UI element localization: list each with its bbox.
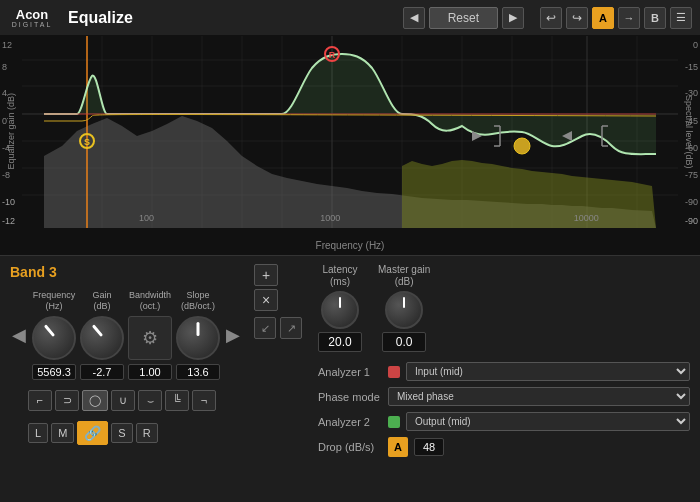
menu-button[interactable]: ☰ (670, 7, 692, 29)
logo-acon: Acon (16, 8, 49, 21)
filter-type-3[interactable]: ◯ (82, 390, 108, 411)
bandwidth-value[interactable]: 1.00 (128, 364, 172, 380)
ab-a-button[interactable]: A (592, 7, 614, 29)
master-gain-knob[interactable] (385, 291, 423, 329)
channel-buttons: L M 🔗 S R (10, 421, 242, 445)
prev-preset-button[interactable]: ◀ (403, 7, 425, 29)
db-label-n4: -4 (2, 143, 10, 153)
db-label-r-90: -90 (685, 197, 698, 207)
app-title: Equalize (68, 9, 133, 27)
analyzer1-select[interactable]: Input (mid) Input (side) Output (mid) Ou… (406, 362, 690, 381)
eq-curve-svg[interactable]: S R (22, 36, 678, 228)
analyzer1-color-swatch (388, 366, 400, 378)
latency-group: Latency (ms) 20.0 (318, 264, 362, 352)
channel-s-button[interactable]: S (111, 423, 132, 443)
phase-mode-select[interactable]: Mixed phase Linear phase Minimum phase (388, 387, 690, 406)
ab-copy-button[interactable]: → (618, 7, 640, 29)
svg-point-26 (514, 138, 530, 154)
band-section: Band 3 ◀ Frequency (Hz) 5569.3 Gain (dB) (10, 264, 242, 494)
slope-label: Slope (dB/oct.) (181, 290, 215, 312)
frequency-labels: 100 1000 10000 (22, 209, 678, 227)
db-label-4: 4 (2, 88, 7, 98)
db-label-8: 8 (2, 62, 7, 72)
gain-knob[interactable] (80, 316, 124, 360)
filter-type-5[interactable]: ⌣ (138, 390, 162, 411)
drop-row: Drop (dB/s) A 48 (318, 437, 690, 457)
slope-value[interactable]: 13.6 (176, 364, 220, 380)
channel-m-button[interactable]: M (51, 423, 74, 443)
latency-knob[interactable] (321, 291, 359, 329)
bandwidth-knob-group: Bandwidth (oct.) ⚙ 1.00 (128, 290, 172, 380)
db-label-r-75: -75 (685, 170, 698, 180)
reset-button[interactable]: Reset (429, 7, 498, 29)
analyzer1-row: Analyzer 1 Input (mid) Input (side) Outp… (318, 362, 690, 381)
frequency-value[interactable]: 5569.3 (32, 364, 76, 380)
bottom-panel: Band 3 ◀ Frequency (Hz) 5569.3 Gain (dB) (0, 256, 700, 502)
undo-button[interactable]: ↩ (540, 7, 562, 29)
filter-type-2[interactable]: ⊃ (55, 390, 79, 411)
analyzer2-select[interactable]: Output (mid) Input (mid) Input (side) Ou… (406, 412, 690, 431)
frequency-axis-label: Frequency (Hz) (22, 240, 678, 251)
master-gain-label: Master gain (dB) (378, 264, 430, 288)
slope-knob[interactable] (176, 316, 220, 360)
band-controls: ◀ Frequency (Hz) 5569.3 Gain (dB) -2.7 (10, 290, 242, 380)
freq-1k: 1000 (320, 213, 340, 223)
prev-band-button[interactable]: ◀ (10, 304, 28, 366)
eq-display: Equalizer gain (dB) Spectral level (dB) … (0, 36, 700, 256)
analyzer2-label: Analyzer 2 (318, 416, 382, 428)
db-label-n12: -10 (2, 197, 15, 207)
channel-link-button[interactable]: 🔗 (77, 421, 108, 445)
latency-master-row: Latency (ms) 20.0 Master gain (dB) 0.0 (318, 264, 690, 352)
remove-band-button[interactable]: × (254, 289, 278, 311)
db-label-r-30: -30 (685, 88, 698, 98)
filter-type-4[interactable]: ∪ (111, 390, 135, 411)
channel-r-button[interactable]: R (136, 423, 158, 443)
db-label-r-15: -15 (685, 62, 698, 72)
filter-type-6[interactable]: ╚ (165, 390, 189, 411)
filter-type-buttons: ⌐ ⊃ ◯ ∪ ⌣ ╚ ¬ (10, 390, 242, 411)
db-label-0: 0 (2, 116, 7, 126)
db-label-r-0: 0 (693, 40, 698, 50)
corner-left-label: -12 (2, 216, 15, 226)
db-label-12-top: 12 (2, 40, 12, 50)
master-gain-value[interactable]: 0.0 (382, 332, 426, 352)
analyzer2-color-swatch (388, 416, 400, 428)
drop-value[interactable]: 48 (414, 438, 444, 456)
master-gain-group: Master gain (dB) 0.0 (378, 264, 430, 352)
channel-l-button[interactable]: L (28, 423, 48, 443)
bandwidth-label: Bandwidth (oct.) (129, 290, 171, 312)
frequency-knob[interactable] (32, 316, 76, 360)
redo-button[interactable]: ↪ (566, 7, 588, 29)
db-label-r-60: -60 (685, 143, 698, 153)
analyzer1-label: Analyzer 1 (318, 366, 382, 378)
filter-type-1[interactable]: ⌐ (28, 390, 52, 411)
analyzer-section: Latency (ms) 20.0 Master gain (dB) 0.0 A… (318, 264, 690, 494)
io-buttons: ↙ ↗ (254, 317, 302, 339)
freq-10k: 10000 (574, 213, 599, 223)
header: Acon DIGITAL Equalize ◀ Reset ▶ ↩ ↪ A → … (0, 0, 700, 36)
freq-100: 100 (139, 213, 154, 223)
analyzer2-row: Analyzer 2 Output (mid) Input (mid) Inpu… (318, 412, 690, 431)
add-band-button[interactable]: + (254, 264, 278, 286)
next-band-button[interactable]: ▶ (224, 304, 242, 366)
drop-label: Drop (dB/s) (318, 441, 382, 453)
drop-a-button[interactable]: A (388, 437, 408, 457)
corner-right-label: -90 (685, 216, 698, 226)
db-label-n8: -8 (2, 170, 10, 180)
input-monitor-button[interactable]: ↙ (254, 317, 276, 339)
latency-value[interactable]: 20.0 (318, 332, 362, 352)
latency-label: Latency (ms) (322, 264, 357, 288)
gain-label: Gain (dB) (92, 290, 111, 312)
output-monitor-button[interactable]: ↗ (280, 317, 302, 339)
phase-mode-label: Phase mode (318, 391, 382, 403)
filter-type-7[interactable]: ¬ (192, 390, 216, 411)
bandwidth-gear[interactable]: ⚙ (128, 316, 172, 360)
frequency-knob-group: Frequency (Hz) 5569.3 (32, 290, 76, 380)
add-remove-band: + × (254, 264, 302, 311)
frequency-label: Frequency (Hz) (33, 290, 76, 312)
gain-value[interactable]: -2.7 (80, 364, 124, 380)
band-title: Band 3 (10, 264, 242, 280)
preset-controls: ◀ Reset ▶ (403, 7, 524, 29)
next-preset-button[interactable]: ▶ (502, 7, 524, 29)
ab-b-button[interactable]: B (644, 7, 666, 29)
